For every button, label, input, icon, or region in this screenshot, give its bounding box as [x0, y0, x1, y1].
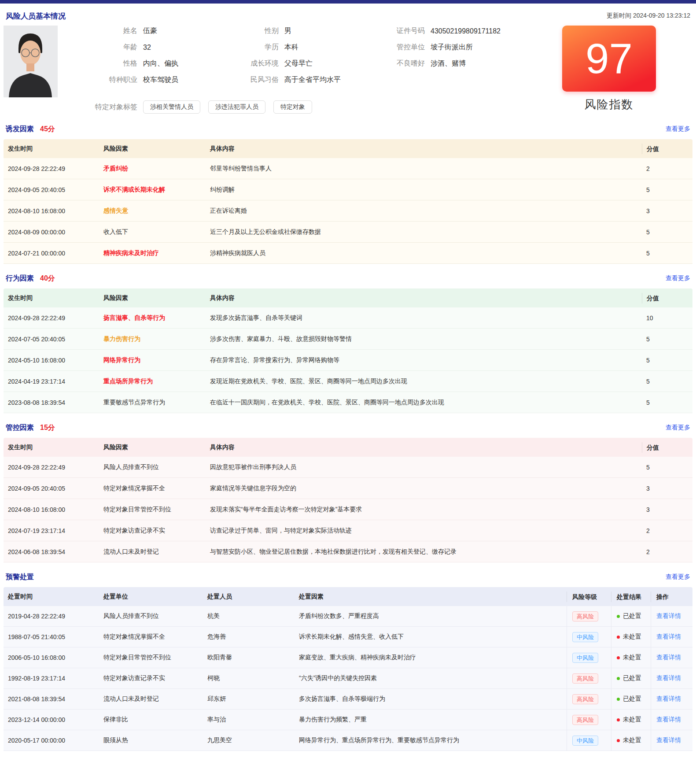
field-value: 涉酒、赌博 — [431, 59, 466, 68]
view-detail-link[interactable]: 查看详情 — [656, 612, 681, 620]
field-label: 年龄 — [85, 43, 137, 52]
col-header-score: 分值 — [642, 293, 692, 303]
risk-index-label: 风险指数 — [562, 97, 656, 112]
table-row: 2021-08-08 18:39:54流动人口未及时登记邱东妍多次扬言滋事、自杀… — [4, 689, 692, 710]
cell-score: 2 — [642, 548, 692, 555]
profile-field: 性格内向、偏执 — [85, 59, 226, 68]
cell-content: 在临近十一国庆期间，在党政机关、学校、医院、景区、商圈等同一地点周边多次出现 — [206, 399, 642, 407]
view-detail-link[interactable]: 查看详情 — [656, 716, 681, 724]
profile-field: 特种职业校车驾驶员 — [85, 75, 226, 85]
cell-time: 2024-09-05 20:40:05 — [4, 186, 99, 193]
cell-risk-level: 高风险 — [567, 668, 611, 688]
cell-action: 查看详情 — [651, 730, 692, 751]
table-body: 2024-09-28 22:22:49扬言滋事、自杀等行为发现多次扬言滋事、自杀… — [4, 307, 692, 413]
disposal-result-text: 未处置 — [623, 654, 641, 662]
cell-disposal-time: 2020-05-17 00:00:00 — [4, 737, 99, 744]
cell-score: 5 — [642, 250, 692, 257]
cell-risk-level: 中风险 — [567, 647, 611, 668]
view-detail-link[interactable]: 查看详情 — [656, 633, 681, 641]
view-more-link[interactable]: 查看更多 — [666, 573, 690, 581]
profile-field: 证件号码430502199809171182 — [372, 26, 560, 36]
update-time: 更新时间 2024-09-20 13:23:12 — [607, 12, 690, 20]
table-row: 2024-09-05 20:40:05特定对象情况掌握不全家庭情况等关键信息字段… — [4, 478, 692, 499]
cell-risk-factor: 特定对象访查记录不实 — [99, 527, 206, 535]
field-value: 32 — [143, 44, 151, 52]
profile-field: 学历本科 — [226, 43, 372, 52]
table-row: 2019-04-28 22:22:49风险人员排查不到位杭美矛盾纠纷次数多、严重… — [4, 606, 692, 627]
cell-disposal-unit: 风险人员排查不到位 — [99, 612, 203, 620]
cell-disposal-time: 2021-08-08 18:39:54 — [4, 695, 99, 703]
risk-level-badge: 中风险 — [572, 653, 598, 663]
section-title: 诱发因素 — [6, 125, 34, 134]
cell-time: 2024-08-10 16:08:00 — [4, 207, 99, 214]
cell-disposal-unit: 保律非比 — [99, 716, 203, 724]
col-header-disposal-factor: 处置因素 — [295, 593, 567, 601]
cell-disposal-result: 已处置 — [611, 668, 651, 688]
person-photo-placeholder — [4, 26, 58, 97]
field-label: 特种职业 — [85, 75, 137, 85]
cell-disposal-result: 未处置 — [611, 710, 651, 730]
view-detail-link[interactable]: 查看详情 — [656, 736, 681, 744]
view-detail-link[interactable]: 查看详情 — [656, 674, 681, 682]
view-detail-link[interactable]: 查看详情 — [656, 654, 681, 662]
cell-time: 2024-08-10 16:08:00 — [4, 506, 99, 513]
view-more-link[interactable]: 查看更多 — [666, 274, 690, 282]
col-header-disposal-time: 处置时间 — [4, 593, 99, 601]
cell-risk-level: 高风险 — [567, 710, 611, 730]
table-row: 2024-07-21 00:00:00精神疾病未及时治疗涉精神疾病就医人员5 — [4, 243, 692, 264]
cell-content: 访查记录过于简单、雷同，与特定对象实际活动轨迹 — [206, 527, 642, 535]
update-time-value: 2024-09-20 13:23:12 — [633, 12, 690, 19]
col-header-score: 分值 — [642, 144, 692, 154]
risk-score-box: 97 — [562, 26, 656, 92]
cell-risk-level: 高风险 — [567, 689, 611, 709]
cell-risk-level: 中风险 — [567, 627, 611, 647]
disposal-result-text: 已处置 — [623, 695, 641, 703]
view-more-link[interactable]: 查看更多 — [666, 424, 690, 432]
cell-score: 5 — [642, 336, 692, 343]
status-dot-icon — [617, 677, 620, 680]
col-header-disposal-result: 处置结果 — [611, 592, 651, 602]
cell-content: 近三个月及以上无公积金或社保缴存数据 — [206, 228, 642, 236]
field-value: 男 — [284, 26, 291, 36]
cell-score: 5 — [642, 464, 692, 471]
cell-disposal-result: 未处置 — [611, 647, 651, 668]
table-header: 发生时间 风险因素 具体内容 分值 — [4, 438, 692, 457]
section-title: 管控因素 — [6, 423, 34, 433]
field-label: 姓名 — [85, 26, 137, 36]
table-body: 2024-09-28 22:22:49矛盾纠纷邻里等纠纷警情当事人22024-0… — [4, 158, 692, 264]
view-more-link[interactable]: 查看更多 — [666, 125, 690, 133]
view-detail-link[interactable]: 查看详情 — [656, 695, 681, 703]
cell-action: 查看详情 — [651, 606, 692, 626]
profile-section: 姓名伍豪性别男证件号码430502199809171182年龄32学历本科管控单… — [4, 26, 692, 119]
col-header-time: 发生时间 — [4, 294, 99, 302]
col-header-content: 具体内容 — [206, 294, 642, 302]
cell-action: 查看详情 — [651, 689, 692, 709]
risk-level-badge: 中风险 — [572, 632, 598, 642]
cell-disposal-time: 1988-07-05 21:40:05 — [4, 633, 99, 640]
cell-risk-level: 中风险 — [567, 730, 611, 751]
cell-disposal-time: 2006-05-10 16:08:00 — [4, 654, 99, 661]
cell-time: 2024-07-21 00:00:00 — [4, 250, 99, 257]
cell-content: 存在异常言论、异常搜索行为、异常网络购物等 — [206, 356, 642, 364]
disposal-result-text: 已处置 — [623, 674, 641, 682]
tags-label: 特定对象标签 — [85, 103, 137, 112]
cell-score: 5 — [642, 229, 692, 236]
cell-content: 邻里等纠纷警情当事人 — [206, 165, 642, 173]
profile-field: 姓名伍豪 — [85, 26, 226, 36]
cell-disposal-result: 未处置 — [611, 730, 651, 751]
field-label: 管控单位 — [372, 43, 425, 52]
cell-score: 5 — [642, 186, 692, 193]
disposal-result-text: 已处置 — [623, 612, 641, 620]
section-score: 15分 — [40, 423, 55, 433]
risk-level-badge: 高风险 — [572, 715, 598, 725]
table-row: 2024-07-19 23:17:14特定对象访查记录不实访查记录过于简单、雷同… — [4, 520, 692, 541]
cell-risk-factor: 感情失意 — [99, 207, 206, 215]
cell-time: 2024-09-28 22:22:49 — [4, 165, 99, 172]
cell-time: 2024-04-19 23:17:14 — [4, 378, 99, 385]
cell-time: 2024-09-05 20:40:05 — [4, 485, 99, 492]
section-head-alert-disposal: 预警处置 查看更多 — [6, 572, 690, 582]
cell-time: 2024-06-08 18:39:54 — [4, 548, 99, 555]
cell-disposal-unit: 眼须从热 — [99, 736, 203, 744]
cell-disposal-factor: 矛盾纠纷次数多、严重程度高 — [295, 612, 567, 620]
cell-score: 3 — [642, 485, 692, 492]
